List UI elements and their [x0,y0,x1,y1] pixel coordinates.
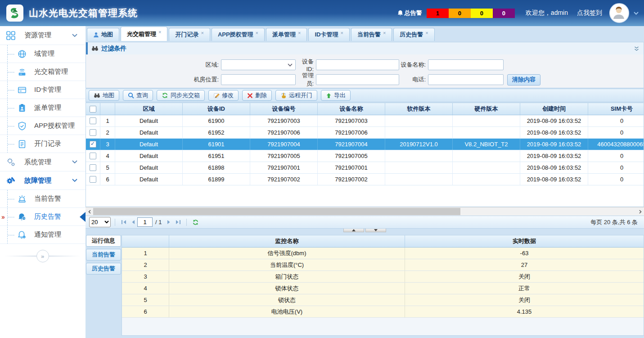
monitor-row[interactable]: 6 电池电压(V) 4.135 [122,306,644,318]
table-row[interactable]: 5 Default 61898 7921907001 7921907001 20… [86,162,644,174]
sidebar-item-app-auth[interactable]: APP授权管理 [0,117,86,135]
alarm-count-warning[interactable]: 0 [493,9,515,18]
column-header-device-id[interactable]: 设备ID [183,103,250,115]
filter-row-1: 区域: 设备ID: 设备名称: [86,59,644,71]
sidebar-item-cabinet[interactable]: 光交箱管理 [0,63,86,81]
column-header-sw-version[interactable]: 软件版本 [385,103,453,115]
sidebar-section-system[interactable]: 系统管理 [0,153,86,171]
table-row-selected[interactable]: 3 Default 61901 7921907004 7921907004 20… [86,139,644,150]
page-number-input[interactable] [137,217,153,227]
tab-cabinet-mgmt[interactable]: 光交箱管理 × [121,27,167,41]
user-menu-chevron-icon[interactable] [634,12,639,15]
sync-button[interactable]: 同步光交箱 [157,90,205,101]
divider [186,219,187,226]
panel-splitter[interactable] [86,229,644,232]
splitter-collapse-down-button[interactable] [365,229,386,232]
column-header-device-name[interactable]: 设备名称 [318,103,385,115]
signin-link[interactable]: 点我签到 [577,9,602,17]
close-icon[interactable]: × [158,29,161,35]
tab-door-record[interactable]: 开门记录 × [169,28,210,41]
area-select[interactable] [221,59,296,70]
avatar[interactable] [609,3,629,23]
tab-map[interactable]: 地图 [87,28,119,41]
table-row[interactable]: 1 Default 61900 7921907003 7921907003 20… [86,115,644,127]
search-button[interactable]: 查询 [123,90,153,101]
tab-history-alarm[interactable]: 历史告警 × [393,28,434,41]
close-icon[interactable]: × [256,30,258,36]
map-button[interactable]: 地图 [89,90,119,101]
detail-tab-runtime[interactable]: 运行信息 [86,235,121,247]
collapse-panel-icon[interactable] [634,46,639,51]
monitor-row[interactable]: 4 锁体状态 正常 [122,283,644,294]
sidebar-item-door-record[interactable]: 开门记录 [0,135,86,153]
table-row[interactable]: 4 Default 61951 7921907005 7921907005 20… [86,150,644,162]
phone-input[interactable] [428,74,504,85]
monitor-row[interactable]: 5 锁状态 关闭 [122,294,644,306]
monitor-row[interactable]: 3 箱门状态 关闭 [122,271,644,283]
sidebar-item-current-alarm[interactable]: 当前告警 [0,190,86,208]
sidebar-section-resource[interactable]: 资源管理 [0,26,86,45]
refresh-icon[interactable] [191,218,200,227]
row-checkbox[interactable] [90,164,96,171]
manager-input[interactable] [316,74,399,85]
app-window: 山水光电光交箱管理系统 总告警 1 0 0 0 欢迎您，admin 点我签到 [0,0,644,338]
clear-button[interactable]: 清除内容 [507,74,540,86]
row-checkbox[interactable] [90,117,96,124]
tab-idcard[interactable]: ID卡管理 × [308,28,349,41]
close-icon[interactable]: × [201,30,203,36]
monitor-row[interactable]: 1 信号强度(dbm) -63 [122,248,644,259]
column-header-area[interactable]: 区域 [115,103,183,115]
tab-app-auth[interactable]: APP授权管理 × [212,28,265,41]
tab-current-alarm[interactable]: 当前告警 × [351,28,392,41]
delete-button[interactable]: 删除 [242,90,272,101]
column-header-hw-version[interactable]: 硬件版本 [453,103,520,115]
column-header-device-no[interactable]: 设备编号 [250,103,318,115]
column-header-sim[interactable]: SIM卡号 [588,103,644,115]
horizontal-scrollbar[interactable] [86,207,644,216]
scroll-right-arrow[interactable] [636,207,644,216]
sidebar-collapse-button[interactable]: » [36,250,49,262]
column-header-create-time[interactable]: 创建时间 [520,103,588,115]
close-icon[interactable]: × [298,30,301,36]
detail-tab-history-alarm[interactable]: 历史告警 [86,263,121,275]
close-icon[interactable]: × [383,30,386,36]
page-size-select[interactable]: 20 [89,217,111,227]
sidebar-item-history-alarm[interactable]: » 历史告警 [0,208,86,226]
row-checkbox[interactable] [90,129,96,136]
detail-tab-current-alarm[interactable]: 当前告警 [86,249,121,261]
sidebar-item-notification[interactable]: 通知管理 [0,226,86,244]
last-page-icon[interactable] [173,218,182,227]
edit-button[interactable]: 修改 [208,90,239,101]
monitor-row[interactable]: 2 当前温度(°C) 27 [122,259,644,271]
alarm-count-minor[interactable]: 0 [471,9,493,18]
remote-open-button[interactable]: 远程开门 [275,90,317,101]
room-input[interactable] [221,74,296,85]
table-header-row: 区域 设备ID 设备编号 设备名称 软件版本 硬件版本 创建时间 SIM卡号 [86,103,644,115]
row-checkbox[interactable] [90,153,96,159]
select-all-checkbox[interactable] [90,106,96,113]
prev-page-icon[interactable] [128,218,137,227]
device-name-input[interactable] [428,59,504,70]
export-button[interactable]: 导出 [321,90,351,101]
binoculars-icon [91,45,99,51]
splitter-expand-up-button[interactable] [343,229,364,232]
first-page-icon[interactable] [119,218,128,227]
table-row[interactable]: 2 Default 61952 7921907006 7921907006 20… [86,127,644,139]
scroll-left-arrow[interactable] [86,207,93,216]
alarm-count-major[interactable]: 0 [449,9,471,18]
sidebar-section-fault[interactable]: 故障管理 [0,171,86,190]
tab-dispatch[interactable]: 派单管理 × [266,28,307,41]
row-checkbox[interactable] [90,176,96,183]
close-icon[interactable]: × [340,30,343,36]
close-icon[interactable]: × [425,30,428,36]
table-row[interactable]: 6 Default 61899 7921907002 7921907002 20… [86,174,644,185]
sidebar-item-idcard[interactable]: ID卡管理 [0,81,86,99]
scrollbar-thumb[interactable] [93,208,460,215]
row-checkbox-checked[interactable] [90,141,96,148]
sidebar-item-dispatch[interactable]: 派单管理 [0,99,86,117]
alarm-count-critical[interactable]: 1 [427,9,449,18]
next-page-icon[interactable] [164,218,173,227]
hand-icon [280,92,287,99]
sidebar-item-domain[interactable]: 域管理 [0,45,86,63]
device-id-input[interactable] [316,59,399,70]
